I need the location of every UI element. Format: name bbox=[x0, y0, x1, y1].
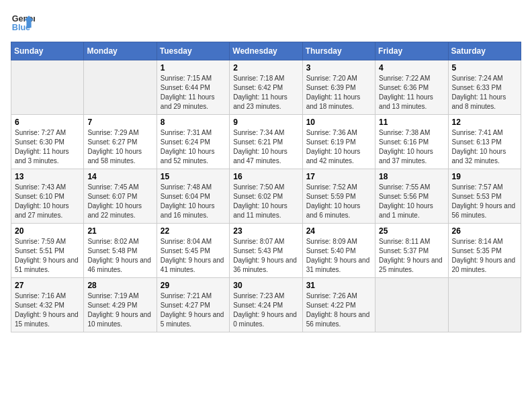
day-number: 22 bbox=[161, 226, 226, 236]
header-friday: Friday bbox=[375, 42, 448, 60]
calendar-cell: 29Sunrise: 7:21 AMSunset: 4:27 PMDayligh… bbox=[157, 278, 229, 332]
calendar-cell: 26Sunrise: 8:14 AMSunset: 5:35 PMDayligh… bbox=[448, 224, 521, 278]
day-number: 1 bbox=[161, 63, 226, 73]
header-monday: Monday bbox=[84, 42, 157, 60]
calendar-cell bbox=[11, 60, 84, 115]
day-detail: Sunrise: 7:24 AMSunset: 6:33 PMDaylight:… bbox=[452, 74, 517, 111]
calendar-cell: 22Sunrise: 8:04 AMSunset: 5:45 PMDayligh… bbox=[157, 224, 229, 278]
day-detail: Sunrise: 7:22 AMSunset: 6:36 PMDaylight:… bbox=[379, 74, 444, 111]
day-number: 15 bbox=[161, 172, 226, 181]
calendar-cell: 14Sunrise: 7:45 AMSunset: 6:07 PMDayligh… bbox=[84, 169, 157, 224]
day-detail: Sunrise: 7:26 AMSunset: 4:22 PMDaylight:… bbox=[306, 291, 371, 329]
day-number: 18 bbox=[379, 172, 444, 181]
calendar-cell: 7Sunrise: 7:29 AMSunset: 6:27 PMDaylight… bbox=[84, 115, 157, 169]
day-number: 30 bbox=[233, 281, 298, 290]
calendar-cell: 8Sunrise: 7:31 AMSunset: 6:24 PMDaylight… bbox=[157, 115, 229, 169]
calendar-cell: 16Sunrise: 7:50 AMSunset: 6:02 PMDayligh… bbox=[230, 169, 302, 224]
calendar-cell: 3Sunrise: 7:20 AMSunset: 6:39 PMDaylight… bbox=[302, 60, 375, 115]
day-number: 17 bbox=[306, 172, 371, 181]
day-detail: Sunrise: 8:07 AMSunset: 5:43 PMDaylight:… bbox=[233, 237, 298, 275]
calendar-cell: 30Sunrise: 7:23 AMSunset: 4:24 PMDayligh… bbox=[230, 278, 302, 332]
day-number: 13 bbox=[15, 172, 80, 181]
day-number: 20 bbox=[15, 226, 80, 236]
day-detail: Sunrise: 7:31 AMSunset: 6:24 PMDaylight:… bbox=[161, 128, 226, 166]
calendar-cell: 5Sunrise: 7:24 AMSunset: 6:33 PMDaylight… bbox=[448, 60, 521, 115]
calendar-cell: 6Sunrise: 7:27 AMSunset: 6:30 PMDaylight… bbox=[11, 115, 84, 169]
calendar-cell: 9Sunrise: 7:34 AMSunset: 6:21 PMDaylight… bbox=[230, 115, 302, 169]
week-row-4: 20Sunrise: 7:59 AMSunset: 5:51 PMDayligh… bbox=[11, 224, 521, 278]
day-number: 27 bbox=[15, 281, 80, 290]
calendar-cell: 10Sunrise: 7:36 AMSunset: 6:19 PMDayligh… bbox=[302, 115, 375, 169]
day-number: 28 bbox=[87, 281, 152, 290]
header-thursday: Thursday bbox=[302, 42, 375, 60]
header-saturday: Saturday bbox=[448, 42, 521, 60]
calendar-cell: 21Sunrise: 8:02 AMSunset: 5:48 PMDayligh… bbox=[84, 224, 157, 278]
calendar-cell: 2Sunrise: 7:18 AMSunset: 6:42 PMDaylight… bbox=[230, 60, 302, 115]
logo: General Blue bbox=[11, 11, 35, 35]
calendar-cell: 24Sunrise: 8:09 AMSunset: 5:40 PMDayligh… bbox=[302, 224, 375, 278]
day-detail: Sunrise: 7:43 AMSunset: 6:10 PMDaylight:… bbox=[15, 183, 80, 220]
day-number: 29 bbox=[161, 281, 226, 290]
calendar-cell: 20Sunrise: 7:59 AMSunset: 5:51 PMDayligh… bbox=[11, 224, 84, 278]
day-detail: Sunrise: 7:57 AMSunset: 5:53 PMDaylight:… bbox=[452, 183, 517, 220]
calendar-cell: 18Sunrise: 7:55 AMSunset: 5:56 PMDayligh… bbox=[375, 169, 448, 224]
day-detail: Sunrise: 7:18 AMSunset: 6:42 PMDaylight:… bbox=[233, 74, 298, 111]
day-detail: Sunrise: 7:34 AMSunset: 6:21 PMDaylight:… bbox=[233, 128, 298, 166]
day-number: 16 bbox=[233, 172, 298, 181]
calendar-cell: 13Sunrise: 7:43 AMSunset: 6:10 PMDayligh… bbox=[11, 169, 84, 224]
header-tuesday: Tuesday bbox=[157, 42, 229, 60]
calendar-cell bbox=[448, 278, 521, 332]
day-number: 19 bbox=[452, 172, 517, 181]
calendar-cell: 11Sunrise: 7:38 AMSunset: 6:16 PMDayligh… bbox=[375, 115, 448, 169]
day-number: 12 bbox=[452, 118, 517, 127]
day-number: 10 bbox=[306, 118, 371, 127]
day-detail: Sunrise: 7:23 AMSunset: 4:24 PMDaylight:… bbox=[233, 291, 298, 329]
calendar-cell: 1Sunrise: 7:15 AMSunset: 6:44 PMDaylight… bbox=[157, 60, 229, 115]
day-detail: Sunrise: 8:02 AMSunset: 5:48 PMDaylight:… bbox=[87, 237, 152, 275]
day-number: 7 bbox=[87, 118, 152, 127]
day-detail: Sunrise: 7:55 AMSunset: 5:56 PMDaylight:… bbox=[379, 183, 444, 220]
day-number: 4 bbox=[379, 63, 444, 73]
day-detail: Sunrise: 7:16 AMSunset: 4:32 PMDaylight:… bbox=[15, 291, 80, 329]
day-detail: Sunrise: 8:11 AMSunset: 5:37 PMDaylight:… bbox=[379, 237, 444, 275]
day-detail: Sunrise: 7:41 AMSunset: 6:13 PMDaylight:… bbox=[452, 128, 517, 166]
logo-icon: General Blue bbox=[11, 11, 35, 35]
day-number: 6 bbox=[15, 118, 80, 127]
calendar-cell: 19Sunrise: 7:57 AMSunset: 5:53 PMDayligh… bbox=[448, 169, 521, 224]
calendar-cell: 17Sunrise: 7:52 AMSunset: 5:59 PMDayligh… bbox=[302, 169, 375, 224]
header-sunday: Sunday bbox=[11, 42, 84, 60]
day-number: 26 bbox=[452, 226, 517, 236]
calendar-cell: 23Sunrise: 8:07 AMSunset: 5:43 PMDayligh… bbox=[230, 224, 302, 278]
day-detail: Sunrise: 8:14 AMSunset: 5:35 PMDaylight:… bbox=[452, 237, 517, 275]
day-number: 21 bbox=[87, 226, 152, 236]
calendar-cell bbox=[84, 60, 157, 115]
day-detail: Sunrise: 7:29 AMSunset: 6:27 PMDaylight:… bbox=[87, 128, 152, 166]
day-detail: Sunrise: 7:15 AMSunset: 6:44 PMDaylight:… bbox=[161, 74, 226, 111]
week-row-1: 1Sunrise: 7:15 AMSunset: 6:44 PMDaylight… bbox=[11, 60, 521, 115]
week-row-5: 27Sunrise: 7:16 AMSunset: 4:32 PMDayligh… bbox=[11, 278, 521, 332]
day-detail: Sunrise: 8:09 AMSunset: 5:40 PMDaylight:… bbox=[306, 237, 371, 275]
day-detail: Sunrise: 8:04 AMSunset: 5:45 PMDaylight:… bbox=[161, 237, 226, 275]
calendar-cell bbox=[375, 278, 448, 332]
header-wednesday: Wednesday bbox=[230, 42, 302, 60]
calendar-cell: 4Sunrise: 7:22 AMSunset: 6:36 PMDaylight… bbox=[375, 60, 448, 115]
day-detail: Sunrise: 7:38 AMSunset: 6:16 PMDaylight:… bbox=[379, 128, 444, 166]
day-detail: Sunrise: 7:20 AMSunset: 6:39 PMDaylight:… bbox=[306, 74, 371, 111]
day-number: 3 bbox=[306, 63, 371, 73]
day-detail: Sunrise: 7:52 AMSunset: 5:59 PMDaylight:… bbox=[306, 183, 371, 220]
header-row: SundayMondayTuesdayWednesdayThursdayFrid… bbox=[11, 42, 521, 60]
week-row-3: 13Sunrise: 7:43 AMSunset: 6:10 PMDayligh… bbox=[11, 169, 521, 224]
calendar-cell: 25Sunrise: 8:11 AMSunset: 5:37 PMDayligh… bbox=[375, 224, 448, 278]
calendar-cell: 27Sunrise: 7:16 AMSunset: 4:32 PMDayligh… bbox=[11, 278, 84, 332]
day-detail: Sunrise: 7:36 AMSunset: 6:19 PMDaylight:… bbox=[306, 128, 371, 166]
calendar-cell: 12Sunrise: 7:41 AMSunset: 6:13 PMDayligh… bbox=[448, 115, 521, 169]
day-detail: Sunrise: 7:59 AMSunset: 5:51 PMDaylight:… bbox=[15, 237, 80, 275]
day-number: 14 bbox=[87, 172, 152, 181]
day-number: 2 bbox=[233, 63, 298, 73]
page-header: General Blue bbox=[11, 11, 521, 35]
day-number: 8 bbox=[161, 118, 226, 127]
day-detail: Sunrise: 7:27 AMSunset: 6:30 PMDaylight:… bbox=[15, 128, 80, 166]
day-number: 25 bbox=[379, 226, 444, 236]
day-number: 23 bbox=[233, 226, 298, 236]
calendar-table: SundayMondayTuesdayWednesdayThursdayFrid… bbox=[11, 42, 521, 332]
